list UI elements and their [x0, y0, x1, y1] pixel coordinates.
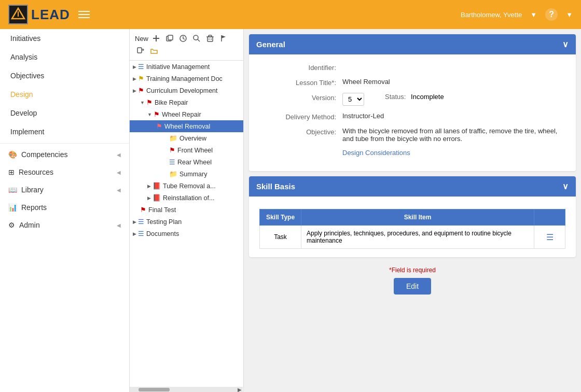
tree-toolbar: New [130, 29, 243, 61]
skill-doc-icon[interactable]: ☰ [546, 233, 554, 242]
history-button[interactable] [177, 33, 189, 44]
search-button[interactable] [191, 33, 202, 44]
detail-panel: General ∨ Identifier: Lesson Title*: Whe… [244, 29, 581, 392]
tree-item-tube-removal[interactable]: ▶ 📕 Tube Removal a... [130, 180, 243, 192]
folder-button[interactable] [148, 46, 160, 56]
sidebar-item-implement[interactable]: Implement [0, 122, 129, 141]
tree-item-overview[interactable]: 📁 Overview [130, 132, 243, 144]
export-button[interactable] [135, 46, 146, 56]
general-card: General ∨ Identifier: Lesson Title*: Whe… [249, 34, 576, 171]
skill-basis-header: Skill Basis ∨ [249, 176, 576, 197]
status-value: Incomplete [411, 93, 444, 101]
tree-item-curriculum[interactable]: ▶ ⚑ Curriculum Development [130, 85, 243, 96]
sidebar-item-analysis[interactable]: Analysis [0, 48, 129, 66]
skill-type-cell: Task [260, 226, 301, 249]
palette-icon: 🎨 [8, 150, 17, 159]
add-button[interactable] [150, 33, 162, 44]
book-icon: 📕 [153, 182, 161, 190]
objective-label: Objective: [259, 127, 342, 136]
version-select[interactable]: 5 [342, 93, 364, 106]
sidebar-item-develop[interactable]: Develop [0, 104, 129, 122]
detail-footer: *Field is required [249, 262, 576, 278]
lesson-title-label: Lesson Title*: [259, 78, 342, 87]
folder-icon: 📁 [169, 134, 177, 142]
tree-resize-handle[interactable]: ▶ [238, 387, 242, 393]
edit-button[interactable]: Edit [394, 278, 431, 295]
svg-rect-3 [153, 38, 159, 39]
tree-item-documents[interactable]: ▶ ☰ Documents [130, 228, 243, 240]
design-considerations-link[interactable]: Design Considerations [342, 149, 565, 157]
svg-point-7 [193, 35, 198, 40]
book-icon: 📖 [8, 186, 17, 194]
app-header: LEAD Bartholomew, Yvette ▼ ? ▼ [0, 0, 581, 29]
tree-arrow: ▼ [147, 112, 152, 117]
sidebar-item-objectives[interactable]: Objectives [0, 66, 129, 85]
sidebar-item-library[interactable]: 📖 Library ◀ [0, 181, 129, 199]
tree-item-testing-plan[interactable]: ▶ ☰ Testing Plan [130, 216, 243, 228]
skill-table: Skill Type Skill Item Task Apply princip… [259, 209, 565, 249]
tree-item-final-test[interactable]: ⚑ Final Test [130, 204, 243, 216]
help-button[interactable]: ? [545, 8, 558, 21]
delivery-method-value: Instructor-Led [342, 112, 565, 120]
skill-basis-collapse-button[interactable]: ∨ [562, 181, 569, 191]
logo-text: LEAD [31, 7, 70, 23]
general-collapse-button[interactable]: ∨ [562, 39, 569, 49]
header-right: Bartholomew, Yvette ▼ ? ▼ [461, 8, 573, 21]
hamburger-menu[interactable] [76, 9, 92, 20]
tree-item-reinstallation[interactable]: ▶ 📕 Reinstallation of... [130, 192, 243, 204]
sidebar-item-admin[interactable]: ⚙ Admin ◀ [0, 216, 129, 234]
new-label: New [135, 35, 148, 43]
flag-red-icon: ⚑ [138, 87, 144, 94]
user-name[interactable]: Bartholomew, Yvette [461, 11, 522, 19]
tree-item-summary[interactable]: 📁 Summary [130, 168, 243, 180]
doc-icon: ☰ [138, 218, 144, 226]
tree-item-wheel-removal[interactable]: ⚑ Wheel Removal [130, 120, 243, 132]
col-skill-item: Skill Item [301, 209, 534, 226]
tree-arrow: ▶ [133, 64, 136, 69]
skill-basis-title: Skill Basis [256, 182, 295, 191]
chart-icon: 📊 [8, 203, 17, 212]
skill-item-cell: Apply principles, techniques, procedures… [301, 226, 534, 249]
design-considerations-row: Design Considerations [259, 149, 565, 157]
required-note: *Field is required [389, 267, 436, 274]
tree-item-rear-wheel[interactable]: ☰ Rear Wheel [130, 156, 243, 168]
flag-red-selected-icon: ⚑ [156, 122, 162, 130]
tree-scrollbar[interactable]: ▶ [130, 387, 243, 392]
gear-icon: ⚙ [8, 221, 15, 229]
flag-yellow-icon: ⚑ [138, 75, 144, 82]
grid-icon: ⊞ [8, 168, 15, 176]
sidebar-item-initiatives[interactable]: Initiatives [0, 29, 129, 48]
logo: LEAD [8, 5, 70, 24]
duplicate-button[interactable] [164, 33, 175, 44]
delete-button[interactable] [204, 33, 216, 44]
logo-icon [8, 5, 28, 24]
sidebar-item-competencies[interactable]: 🎨 Competencies ◀ [0, 146, 129, 163]
objective-row: Objective: With the bicycle removed from… [259, 127, 565, 143]
tree-item-initiative-mgmt[interactable]: ▶ ☰ Initiative Management [130, 61, 243, 73]
tree-item-bike-repair[interactable]: ▼ ⚑ Bike Repair [130, 96, 243, 108]
tree-item-front-wheel[interactable]: ⚑ Front Wheel [130, 144, 243, 156]
tree-scroll-thumb[interactable] [139, 388, 170, 391]
tree-panel: New [130, 29, 244, 392]
svg-rect-16 [137, 48, 142, 53]
tree-arrow: ▶ [147, 184, 151, 189]
book-icon: 📕 [153, 194, 161, 202]
doc-icon: ☰ [138, 230, 144, 237]
col-skill-type: Skill Type [260, 209, 301, 226]
general-title: General [256, 40, 285, 49]
flag-button[interactable] [218, 33, 229, 44]
status-label: Status: [385, 93, 406, 101]
sidebar-item-design[interactable]: Design [0, 85, 129, 104]
sidebar-item-resources[interactable]: ⊞ Resources ◀ [0, 163, 129, 181]
delivery-method-row: Delivery Method: Instructor-Led [259, 112, 565, 121]
general-card-header: General ∨ [249, 34, 576, 54]
flag-red-icon: ⚑ [154, 110, 160, 118]
tree-arrow: ▶ [147, 195, 151, 201]
tree-item-training-mgmt[interactable]: ▶ ⚑ Training Management Doc [130, 73, 243, 85]
sidebar: Initiatives Analysis Objectives Design D… [0, 29, 130, 392]
tree-item-wheel-repair[interactable]: ▼ ⚑ Wheel Repair [130, 108, 243, 120]
flag-red-icon: ⚑ [140, 206, 146, 214]
tree-arrow: ▶ [133, 88, 136, 93]
sidebar-item-reports[interactable]: 📊 Reports [0, 199, 129, 216]
doc-icon: ☰ [169, 158, 175, 166]
